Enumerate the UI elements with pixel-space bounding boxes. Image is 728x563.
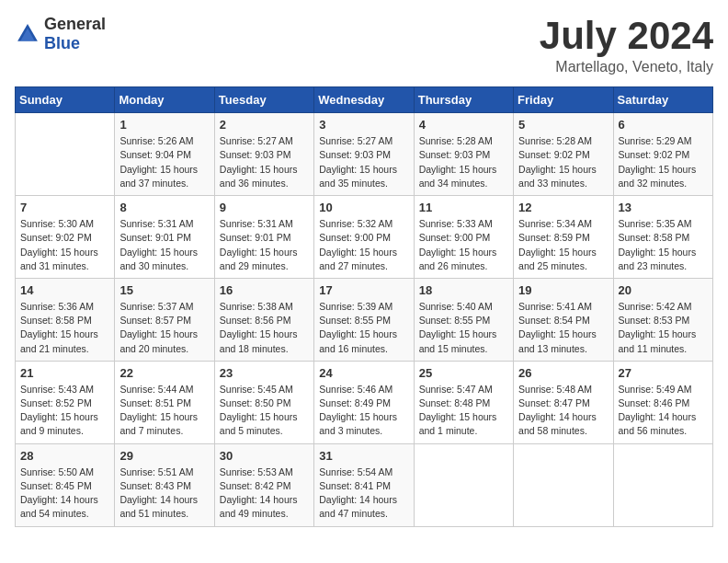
day-number: 14 — [20, 283, 109, 297]
day-info: Sunrise: 5:54 AMSunset: 8:41 PMDaylight:… — [319, 465, 408, 522]
day-number: 10 — [319, 201, 408, 214]
calendar-cell: 7Sunrise: 5:30 AMSunset: 9:02 PMDaylight… — [16, 196, 115, 279]
day-number: 16 — [220, 283, 309, 297]
day-number: 5 — [518, 118, 608, 132]
calendar-cell: 15Sunrise: 5:37 AMSunset: 8:57 PMDayligh… — [115, 278, 214, 361]
calendar-cell: 1Sunrise: 5:26 AMSunset: 9:04 PMDaylight… — [115, 113, 214, 196]
day-number: 1 — [119, 118, 209, 132]
day-info: Sunrise: 5:26 AMSunset: 9:04 PMDaylight:… — [119, 134, 209, 190]
day-info: Sunrise: 5:44 AMSunset: 8:51 PMDaylight:… — [119, 383, 209, 439]
calendar-cell: 3Sunrise: 5:27 AMSunset: 9:03 PMDaylight… — [314, 113, 414, 196]
day-number: 23 — [220, 366, 309, 380]
weekday-header-friday: Friday — [514, 87, 613, 113]
day-number: 2 — [220, 118, 309, 132]
weekday-header-saturday: Saturday — [613, 87, 712, 113]
day-number: 26 — [518, 366, 608, 380]
day-number: 11 — [419, 201, 508, 214]
day-number: 28 — [20, 449, 109, 463]
weekday-header-monday: Monday — [115, 87, 214, 113]
calendar-cell: 2Sunrise: 5:27 AMSunset: 9:03 PMDaylight… — [214, 113, 313, 196]
day-number: 12 — [518, 201, 608, 214]
day-number: 22 — [119, 366, 209, 380]
calendar-cell: 16Sunrise: 5:38 AMSunset: 8:56 PMDayligh… — [214, 278, 313, 361]
day-info: Sunrise: 5:34 AMSunset: 8:59 PMDaylight:… — [518, 217, 608, 273]
calendar-header: SundayMondayTuesdayWednesdayThursdayFrid… — [16, 87, 713, 113]
calendar-body: 1Sunrise: 5:26 AMSunset: 9:04 PMDaylight… — [16, 113, 713, 526]
logo-general: General — [44, 15, 106, 33]
calendar-cell: 18Sunrise: 5:40 AMSunset: 8:55 PMDayligh… — [414, 278, 513, 361]
day-info: Sunrise: 5:30 AMSunset: 9:02 PMDaylight:… — [20, 217, 109, 273]
day-info: Sunrise: 5:50 AMSunset: 8:45 PMDaylight:… — [20, 465, 109, 522]
day-number: 21 — [20, 366, 109, 380]
week-row-3: 14Sunrise: 5:36 AMSunset: 8:58 PMDayligh… — [16, 278, 713, 361]
day-number: 9 — [220, 201, 309, 214]
day-info: Sunrise: 5:31 AMSunset: 9:01 PMDaylight:… — [220, 217, 309, 273]
calendar-cell: 6Sunrise: 5:29 AMSunset: 9:02 PMDaylight… — [613, 113, 712, 196]
calendar-cell: 28Sunrise: 5:50 AMSunset: 8:45 PMDayligh… — [16, 443, 115, 526]
week-row-4: 21Sunrise: 5:43 AMSunset: 8:52 PMDayligh… — [16, 361, 713, 443]
calendar-cell: 13Sunrise: 5:35 AMSunset: 8:58 PMDayligh… — [613, 196, 712, 279]
day-number: 19 — [518, 283, 608, 297]
day-info: Sunrise: 5:33 AMSunset: 9:00 PMDaylight:… — [419, 217, 508, 273]
weekday-header-tuesday: Tuesday — [214, 87, 313, 113]
day-info: Sunrise: 5:36 AMSunset: 8:58 PMDaylight:… — [20, 300, 109, 356]
day-info: Sunrise: 5:51 AMSunset: 8:43 PMDaylight:… — [119, 465, 209, 522]
day-info: Sunrise: 5:35 AMSunset: 8:58 PMDaylight:… — [619, 217, 708, 273]
calendar-cell: 14Sunrise: 5:36 AMSunset: 8:58 PMDayligh… — [16, 278, 115, 361]
day-info: Sunrise: 5:48 AMSunset: 8:47 PMDaylight:… — [518, 383, 608, 439]
day-info: Sunrise: 5:27 AMSunset: 9:03 PMDaylight:… — [220, 134, 309, 190]
day-info: Sunrise: 5:41 AMSunset: 8:54 PMDaylight:… — [518, 300, 608, 356]
day-info: Sunrise: 5:37 AMSunset: 8:57 PMDaylight:… — [119, 300, 209, 356]
weekday-header-wednesday: Wednesday — [314, 87, 414, 113]
day-info: Sunrise: 5:27 AMSunset: 9:03 PMDaylight:… — [319, 134, 408, 190]
calendar-cell: 24Sunrise: 5:46 AMSunset: 8:49 PMDayligh… — [314, 361, 414, 443]
calendar-cell: 21Sunrise: 5:43 AMSunset: 8:52 PMDayligh… — [16, 361, 115, 443]
week-row-5: 28Sunrise: 5:50 AMSunset: 8:45 PMDayligh… — [16, 443, 713, 526]
calendar-cell: 9Sunrise: 5:31 AMSunset: 9:01 PMDaylight… — [214, 196, 313, 279]
week-row-1: 1Sunrise: 5:26 AMSunset: 9:04 PMDaylight… — [16, 113, 713, 196]
calendar-cell: 5Sunrise: 5:28 AMSunset: 9:02 PMDaylight… — [514, 113, 613, 196]
calendar-cell: 17Sunrise: 5:39 AMSunset: 8:55 PMDayligh… — [314, 278, 414, 361]
calendar-cell: 29Sunrise: 5:51 AMSunset: 8:43 PMDayligh… — [115, 443, 214, 526]
calendar-cell: 27Sunrise: 5:49 AMSunset: 8:46 PMDayligh… — [613, 361, 712, 443]
day-number: 4 — [419, 118, 508, 132]
day-number: 8 — [119, 201, 209, 214]
page-header: General Blue July 2024 Martellago, Venet… — [15, 15, 713, 75]
day-info: Sunrise: 5:28 AMSunset: 9:02 PMDaylight:… — [518, 134, 608, 190]
calendar-cell: 10Sunrise: 5:32 AMSunset: 9:00 PMDayligh… — [314, 196, 414, 279]
day-number: 15 — [119, 283, 209, 297]
logo-text: General Blue — [44, 15, 106, 53]
day-number: 25 — [419, 366, 508, 380]
day-number: 6 — [619, 118, 708, 132]
calendar-cell: 4Sunrise: 5:28 AMSunset: 9:03 PMDaylight… — [414, 113, 513, 196]
calendar-cell: 30Sunrise: 5:53 AMSunset: 8:42 PMDayligh… — [214, 443, 313, 526]
day-info: Sunrise: 5:53 AMSunset: 8:42 PMDaylight:… — [220, 465, 309, 522]
day-number: 7 — [20, 201, 109, 214]
calendar-cell — [414, 443, 513, 526]
calendar-cell: 11Sunrise: 5:33 AMSunset: 9:00 PMDayligh… — [414, 196, 513, 279]
month-title: July 2024 — [540, 15, 713, 57]
calendar-cell: 25Sunrise: 5:47 AMSunset: 8:48 PMDayligh… — [414, 361, 513, 443]
day-number: 31 — [319, 449, 408, 463]
logo-icon — [15, 21, 40, 47]
calendar-cell — [514, 443, 613, 526]
calendar-cell: 19Sunrise: 5:41 AMSunset: 8:54 PMDayligh… — [514, 278, 613, 361]
calendar-cell: 31Sunrise: 5:54 AMSunset: 8:41 PMDayligh… — [314, 443, 414, 526]
calendar-cell: 22Sunrise: 5:44 AMSunset: 8:51 PMDayligh… — [115, 361, 214, 443]
day-info: Sunrise: 5:47 AMSunset: 8:48 PMDaylight:… — [419, 383, 508, 439]
day-number: 3 — [319, 118, 408, 132]
logo: General Blue — [15, 15, 106, 53]
day-info: Sunrise: 5:31 AMSunset: 9:01 PMDaylight:… — [119, 217, 209, 273]
calendar-cell: 12Sunrise: 5:34 AMSunset: 8:59 PMDayligh… — [514, 196, 613, 279]
calendar-cell: 23Sunrise: 5:45 AMSunset: 8:50 PMDayligh… — [214, 361, 313, 443]
calendar-cell — [613, 443, 712, 526]
calendar-cell: 20Sunrise: 5:42 AMSunset: 8:53 PMDayligh… — [613, 278, 712, 361]
calendar-table: SundayMondayTuesdayWednesdayThursdayFrid… — [15, 86, 713, 526]
day-info: Sunrise: 5:46 AMSunset: 8:49 PMDaylight:… — [319, 383, 408, 439]
day-info: Sunrise: 5:43 AMSunset: 8:52 PMDaylight:… — [20, 383, 109, 439]
title-area: July 2024 Martellago, Veneto, Italy — [540, 15, 713, 75]
weekday-header-sunday: Sunday — [16, 87, 115, 113]
location-subtitle: Martellago, Veneto, Italy — [540, 59, 713, 75]
day-number: 18 — [419, 283, 508, 297]
day-info: Sunrise: 5:42 AMSunset: 8:53 PMDaylight:… — [619, 300, 708, 356]
